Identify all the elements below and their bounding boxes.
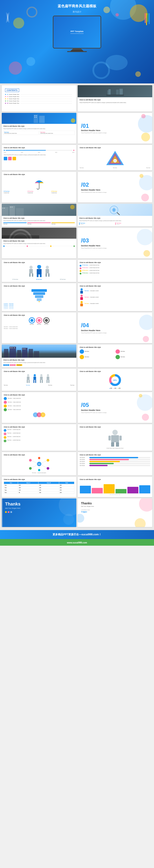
row-10: Click to edit Master title style These P… <box>2 344 152 367</box>
slide-building2[interactable]: Click to edit Master title style These P… <box>2 204 76 226</box>
svg-rect-68 <box>24 348 25 349</box>
svg-text:65%: 65% <box>113 379 117 381</box>
box-yellow <box>12 157 16 160</box>
gear-item-2: Text here <box>36 317 42 325</box>
donut-svg: 65% <box>108 373 122 387</box>
svg-rect-84 <box>48 380 49 383</box>
thanks-deco-2 <box>63 514 74 525</box>
slide-barchart[interactable]: Click to edit Master title style Q1 Q2 Q… <box>78 477 152 497</box>
person-icon-1 <box>80 288 84 293</box>
donut-graphic: 65% <box>80 373 150 387</box>
slide-numlist[interactable]: Click to edit Master title style 01 Text… <box>2 424 76 451</box>
svg-rect-49 <box>35 295 43 298</box>
gears-content: Click to edit Master title style Text he… <box>2 312 76 332</box>
svg-point-77 <box>40 374 43 376</box>
contents-item-4: 04 Section Header Here <box>5 100 73 102</box>
svg-point-69 <box>27 374 29 376</box>
svg-line-103 <box>39 464 48 468</box>
tr-4: Text 80 160 240 <box>4 491 74 494</box>
slide-section01[interactable]: /01 Section Header Here These PowerPoint… <box>78 113 152 144</box>
list-row-4: 04 Text here — content body text here <box>80 273 150 275</box>
slide-colorful-circles[interactable]: Click to edit Master title style Text he… <box>2 392 76 423</box>
timeline-content: Click to edit Master title style 2019 20… <box>2 145 76 162</box>
donut-title: Click to edit Master title style <box>80 371 150 372</box>
slide-section02[interactable]: /02 Section Header Here These PowerPoint… <box>78 172 152 203</box>
slide-building[interactable]: Click to edit Master title style These P… <box>2 113 76 144</box>
slide-big-person[interactable]: Click to edit Master title style United … <box>78 424 152 451</box>
li-icon-3 <box>80 270 81 272</box>
svg-rect-93 <box>116 442 119 446</box>
tag-2: Text here <box>10 364 16 366</box>
slide-people2[interactable]: Click to edit Master title style Text he… <box>78 283 152 311</box>
s05-deco3 <box>139 394 142 397</box>
timeline-title: Click to edit Master title style <box>4 147 74 149</box>
s03-deco1 <box>137 229 152 245</box>
svg-rect-67 <box>23 348 24 349</box>
svg-rect-12 <box>36 115 37 116</box>
slide-thanks-blue[interactable]: Thanks Add Your Slogan Here <box>2 498 76 527</box>
nl-row3: 03 Text here — content body text <box>4 436 74 439</box>
b2-item3: Text here <box>51 222 75 225</box>
svg-rect-66 <box>14 347 15 348</box>
slide-people4[interactable]: Click to edit Master title style <box>2 369 76 391</box>
svg-line-30 <box>117 213 120 215</box>
slide-funnel[interactable]: Click to edit Master title style Level 0… <box>2 283 76 311</box>
slide-listview[interactable]: Click to edit Master title style 01 Text… <box>78 260 152 282</box>
svg-rect-53 <box>80 291 83 293</box>
row-8: Click to edit Master title style Level 0… <box>2 283 152 311</box>
thanks-deco-1 <box>59 498 76 516</box>
slide-datalist[interactable]: Click to edit Master title style Text Na… <box>78 452 152 475</box>
bar-6 <box>139 485 150 493</box>
section01-deco3 <box>141 114 146 118</box>
slide-magnifier[interactable]: Click to edit Master title style These P… <box>78 204 152 226</box>
slide-triangle[interactable]: Click to edit Master title style 01 <box>78 145 152 170</box>
slide-intro-image[interactable]: Click to edit Master title style These P… <box>78 85 152 112</box>
row-7: Click to edit Master title style <box>2 260 152 282</box>
svg-rect-74 <box>33 377 36 380</box>
hb-track5 <box>89 465 150 466</box>
slide-section05[interactable]: /05 Section Header Here These PowerPoint… <box>78 392 152 423</box>
slide-sky-building[interactable]: Click to edit Master title style These P… <box>2 344 76 367</box>
slide-circles-people[interactable]: Click to edit Master title style Text he… <box>78 344 152 367</box>
slide-gears[interactable]: Click to edit Master title style Text he… <box>2 312 76 343</box>
svg-rect-27 <box>12 207 12 208</box>
slide-network[interactable]: Click to edit Master title style <box>2 452 76 475</box>
slide-section04[interactable]: /04 Section Header Here These PowerPoint… <box>78 312 152 343</box>
slide-table[interactable]: Click to edit Master title style Item Va… <box>2 477 76 497</box>
deco-blob-2b <box>26 57 35 66</box>
slide-bridge[interactable]: Click to edit Master title style These P… <box>2 228 76 258</box>
cp-circle-1 <box>80 349 84 354</box>
umbrella-text-boxes: 01 Text here Content text 02 Text here C… <box>4 191 74 193</box>
deco-ring-2 <box>26 7 37 18</box>
slide-donut[interactable]: Click to edit Master title style 65% <box>78 369 152 391</box>
section-02-header: Section Header Here <box>81 189 149 191</box>
people-svg <box>27 265 51 277</box>
t-dot2 <box>73 150 74 151</box>
svg-point-2 <box>7 13 8 22</box>
footer-url-bar: www.sucai999.com <box>0 539 154 546</box>
th-col1: Item <box>4 482 18 484</box>
slide-section03[interactable]: /03 Section Header Here These PowerPoint… <box>78 228 152 258</box>
net-title: Click to edit Master title style <box>4 454 74 456</box>
slide-people[interactable]: Click to edit Master title style <box>2 260 76 282</box>
hero-title: 蓝色扁平商务风主题模板 <box>58 4 96 8</box>
t-dot <box>4 150 5 151</box>
slide-timeline[interactable]: Click to edit Master title style 2019 20… <box>2 145 76 170</box>
cc-row2: Text here — body content text <box>4 401 74 404</box>
svg-rect-34 <box>2 236 39 239</box>
slide-umbrella[interactable]: Click to edit Master title style 01 T <box>2 172 76 203</box>
svg-point-56 <box>80 301 83 303</box>
tr-1: Text 100 200 300 <box>4 484 74 486</box>
row-13: Click to edit Master title style 01 Text… <box>2 424 152 451</box>
slide-thanks-colorful[interactable]: Thanks Add Your Slogan Here 分享优秀设计资源 千鸟设… <box>78 498 152 527</box>
sky-title: Click to edit Master title style <box>3 359 75 361</box>
bar-1 <box>80 486 91 493</box>
hero-plant-left <box>4 11 11 25</box>
bar-5 <box>127 487 138 493</box>
tbl-content: Click to edit Master title style Item Va… <box>2 477 76 496</box>
data-table: Item Value A Value B Total Text 100 200 … <box>4 482 74 494</box>
cp-cell-1: Text here <box>80 349 114 354</box>
slide-contents[interactable]: CONTENTS 01 Section Header Here 02 Secti… <box>2 85 76 112</box>
p2-title: Click to edit Master title style <box>80 285 150 287</box>
cp-content: Click to edit Master title style Text he… <box>78 344 152 361</box>
